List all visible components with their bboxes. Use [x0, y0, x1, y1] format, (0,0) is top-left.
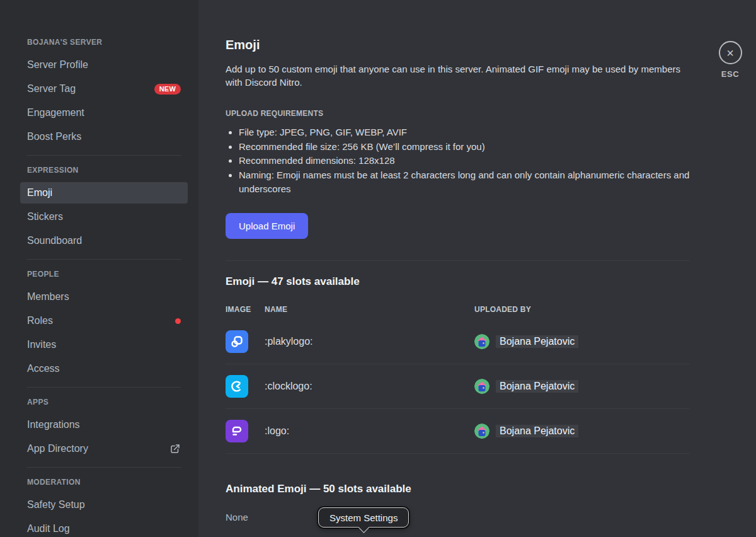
sidebar-item-invites[interactable]: Invites: [20, 334, 188, 355]
sidebar-item-label: Engagement: [27, 107, 84, 118]
sidebar-item-label: Boost Perks: [27, 131, 81, 142]
system-settings-tooltip: System Settings: [318, 507, 409, 528]
emoji-table-header: IMAGE NAME UPLOADED BY: [226, 305, 690, 320]
uploader-name: Bojana Pejatovic: [496, 380, 578, 393]
emoji-settings-panel: Emoji Add up to 50 custom emoji that any…: [198, 0, 756, 537]
sidebar-section-header: MODERATION: [20, 478, 188, 487]
sidebar-item-label: Stickers: [27, 211, 63, 222]
sidebar-section-header: EXPRESSION: [20, 166, 188, 175]
sidebar-item-label: Emoji: [27, 187, 52, 199]
emoji-name[interactable]: :logo:: [265, 425, 474, 437]
sidebar-item-label: Access: [27, 363, 60, 374]
sidebar-item-engagement[interactable]: Engagement: [20, 102, 188, 124]
sidebar-item-emoji[interactable]: Emoji: [20, 182, 188, 204]
uploaded-by-cell: Bojana Pejatovic: [474, 424, 690, 439]
divider: [226, 260, 690, 261]
sidebar-item-label: Members: [27, 291, 69, 303]
upload-requirements-list: File type: JPEG, PNG, GIF, WEBP, AVIF Re…: [226, 125, 690, 197]
sidebar-item-label: Safety Setup: [27, 499, 85, 511]
requirement-item: Naming: Emoji names must be at least 2 c…: [239, 168, 690, 197]
sidebar-item-safety-setup[interactable]: Safety Setup: [20, 494, 188, 516]
sidebar-item-label: Soundboard: [27, 235, 82, 246]
sidebar-item-label: Integrations: [27, 419, 80, 430]
animated-emoji-empty-label: None: [226, 512, 690, 523]
sidebar-item-label: Audit Log: [27, 523, 70, 534]
sidebar-section-expression: EXPRESSION Emoji Stickers Soundboard: [20, 155, 188, 251]
divider: [27, 467, 181, 468]
sidebar-section-moderation: MODERATION Safety Setup Audit Log: [20, 467, 188, 537]
sidebar-item-label: Invites: [27, 339, 56, 350]
uploader-name: Bojana Pejatovic: [496, 425, 578, 437]
page-description: Add up to 50 custom emoji that anyone ca…: [226, 62, 690, 89]
requirement-item: File type: JPEG, PNG, GIF, WEBP, AVIF: [239, 125, 690, 140]
sidebar-item-label: Server Tag: [27, 83, 76, 95]
sidebar-section-server: BOJANA'S SERVER Server Profile Server Ta…: [20, 38, 188, 147]
sidebar-item-audit-log[interactable]: Audit Log: [20, 518, 188, 537]
column-header-image: IMAGE: [226, 305, 265, 314]
sidebar-section-header: APPS: [20, 398, 188, 407]
emoji-slots-heading: Emoji — 47 slots available: [226, 275, 690, 288]
sidebar-item-access[interactable]: Access: [20, 358, 188, 379]
sidebar-item-app-directory[interactable]: App Directory: [20, 438, 188, 459]
esc-label: ESC: [721, 69, 740, 79]
sidebar-section-header: BOJANA'S SERVER: [20, 38, 188, 47]
uploader-name: Bojana Pejatovic: [496, 335, 578, 348]
uploaded-by-cell: Bojana Pejatovic: [474, 379, 690, 394]
divider: [27, 155, 181, 156]
sidebar-item-integrations[interactable]: Integrations: [20, 414, 188, 436]
close-settings-button[interactable]: × ESC: [716, 41, 744, 79]
notification-dot: [175, 318, 181, 324]
divider: [27, 259, 181, 260]
column-header-name: NAME: [265, 305, 474, 314]
sidebar-item-roles[interactable]: Roles: [20, 310, 188, 332]
sidebar-item-server-profile[interactable]: Server Profile: [20, 54, 188, 76]
uploaded-by-cell: Bojana Pejatovic: [474, 334, 690, 349]
new-badge: NEW: [154, 84, 181, 95]
sidebar-item-boost-perks[interactable]: Boost Perks: [20, 126, 188, 147]
sidebar-item-stickers[interactable]: Stickers: [20, 206, 188, 228]
animated-emoji-heading: Animated Emoji — 50 slots available: [226, 483, 690, 495]
settings-sidebar: BOJANA'S SERVER Server Profile Server Ta…: [0, 0, 198, 537]
column-header-uploaded-by: UPLOADED BY: [474, 305, 690, 314]
close-icon[interactable]: ×: [719, 41, 742, 64]
sidebar-item-members[interactable]: Members: [20, 286, 188, 308]
external-link-icon: [169, 443, 181, 454]
sidebar-section-people: PEOPLE Members Roles Invites Access: [20, 259, 188, 379]
emoji-table-row[interactable]: :clocklogo: Bojana Pejatovic: [226, 364, 690, 409]
sidebar-item-label: Roles: [27, 315, 53, 326]
sidebar-item-label: App Directory: [27, 443, 88, 454]
divider: [27, 387, 181, 388]
emoji-name[interactable]: :plakylogo:: [265, 336, 474, 347]
emoji-name[interactable]: :clocklogo:: [265, 381, 474, 392]
sidebar-item-server-tag[interactable]: Server Tag NEW: [20, 78, 188, 100]
sidebar-item-soundboard[interactable]: Soundboard: [20, 230, 188, 251]
requirement-item: Recommended dimensions: 128x128: [239, 154, 690, 168]
requirement-item: Recommended file size: 256 KB (We’ll com…: [239, 140, 690, 154]
sidebar-section-apps: APPS Integrations App Directory: [20, 387, 188, 459]
sidebar-section-header: PEOPLE: [20, 270, 188, 279]
page-title: Emoji: [226, 38, 690, 52]
pumble-logo-icon: [226, 420, 248, 442]
emoji-table-row[interactable]: :logo: Bojana Pejatovic: [226, 409, 690, 454]
uploader-avatar: [474, 334, 490, 349]
upload-requirements-header: UPLOAD REQUIREMENTS: [226, 109, 690, 118]
clockify-logo-icon: [226, 375, 248, 398]
uploader-avatar: [474, 379, 490, 394]
uploader-avatar: [474, 424, 490, 439]
sidebar-item-label: Server Profile: [27, 59, 88, 71]
plaky-logo-icon: [226, 330, 248, 353]
upload-emoji-button[interactable]: Upload Emoji: [226, 213, 308, 239]
emoji-table-row[interactable]: :plakylogo: Bojana Pejatovic: [226, 320, 690, 364]
